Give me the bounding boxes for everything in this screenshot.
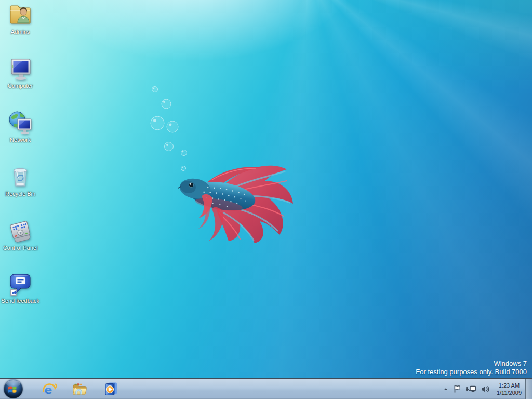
clock-date: 1/11/2009 [497,389,522,396]
system-tray: 1:23 AM 1/11/2009 [443,379,524,399]
network-icon [8,110,33,135]
windows-explorer-icon [72,381,87,397]
control-panel-icon [8,218,33,243]
send-feedback-icon [8,271,33,296]
desktop-icon-label: Admins [1,29,40,35]
desktop-icon-admins[interactable]: Admins [1,2,40,35]
taskbar-internet-explorer-button[interactable]: e [39,379,59,399]
clock-time: 1:23 AM [499,382,520,389]
bubbles-art [151,87,187,171]
desktop-icon-label: Recycle Bin [1,191,40,197]
watermark-line2: For testing purposes only. Build 7000 [416,368,527,376]
network-status-icon[interactable] [466,384,476,393]
windows-media-player-icon [103,381,118,397]
windows-flag-icon [8,385,19,393]
taskbar-windows-explorer-button[interactable] [70,379,89,399]
internet-explorer-icon: e [42,381,57,397]
svg-text:e: e [45,383,52,396]
taskbar: e [0,378,532,399]
desktop-icon-label: Send feedback [1,298,40,304]
computer-icon [8,56,33,81]
user-folder-icon [8,2,33,27]
start-button[interactable] [4,379,23,398]
desktop-icon-recycle-bin[interactable]: Recycle Bin [1,164,40,197]
desktop-icon-control-panel[interactable]: Control Panel [1,218,40,251]
betta-fish-art [140,78,301,244]
desktop-icon-label: Network [1,137,40,143]
watermark-line1: Windows 7 [416,360,527,368]
build-watermark: Windows 7 For testing purposes only. Bui… [416,360,527,376]
desktop-wallpaper: Admins Computer [0,0,532,399]
show-hidden-icons-chevron[interactable] [443,386,449,392]
recycle-bin-icon [8,164,33,189]
desktop-icon-label: Computer [1,83,40,89]
desktop-icon-network[interactable]: Network [1,110,40,143]
desktop-icon-label: Control Panel [1,245,40,251]
action-center-flag-icon[interactable] [453,384,461,393]
desktop-icon-send-feedback[interactable]: Send feedback [1,271,40,304]
volume-icon[interactable] [481,385,490,393]
taskbar-clock[interactable]: 1:23 AM 1/11/2009 [495,382,524,396]
show-desktop-button[interactable] [525,379,532,399]
desktop-icon-computer[interactable]: Computer [1,56,40,89]
taskbar-media-player-button[interactable] [101,379,121,399]
